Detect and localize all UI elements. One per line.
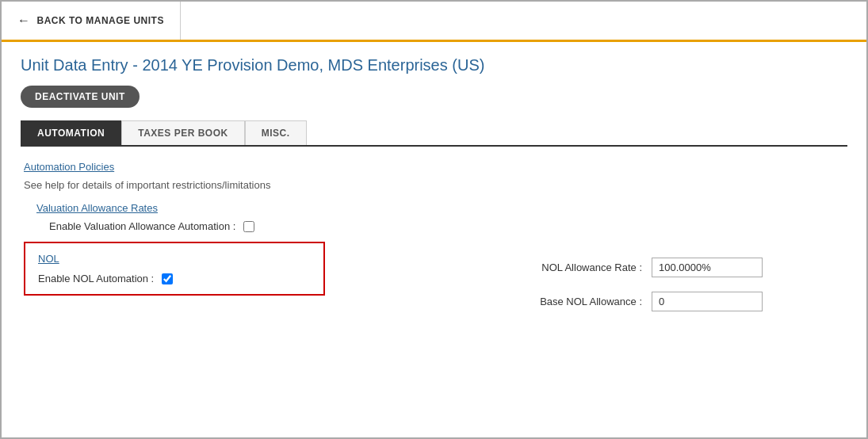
enable-valuation-checkbox[interactable] bbox=[243, 221, 254, 232]
nol-section: NOL Enable NOL Automation : bbox=[24, 242, 325, 296]
header-bar: ← BACK TO MANAGE UNITS bbox=[2, 2, 866, 42]
enable-valuation-label: Enable Valuation Allowance Automation : bbox=[49, 220, 235, 232]
nol-allowance-rate-row: NOL Allowance Rate : bbox=[515, 258, 844, 277]
automation-content: Automation Policies See help for details… bbox=[21, 161, 847, 311]
base-nol-allowance-input[interactable] bbox=[652, 292, 763, 311]
left-col: NOL Enable NOL Automation : bbox=[24, 242, 325, 311]
base-nol-allowance-row: Base NOL Allowance : bbox=[515, 292, 844, 311]
back-label: BACK TO MANAGE UNITS bbox=[37, 15, 164, 26]
right-col: NOL Allowance Rate : Base NOL Allowance … bbox=[357, 242, 844, 311]
enable-nol-row: Enable NOL Automation : bbox=[38, 273, 311, 284]
automation-policies-link[interactable]: Automation Policies bbox=[24, 161, 114, 173]
deactivate-unit-button[interactable]: DEACTIVATE UNIT bbox=[21, 86, 140, 108]
base-nol-allowance-label: Base NOL Allowance : bbox=[515, 296, 642, 307]
page-title: Unit Data Entry - 2014 YE Provision Demo… bbox=[21, 56, 847, 74]
nol-link[interactable]: NOL bbox=[38, 253, 311, 265]
help-text: See help for details of important restri… bbox=[24, 179, 844, 191]
valuation-allowance-rates-link[interactable]: Valuation Allowance Rates bbox=[36, 202, 158, 214]
right-fields-container: NOL Allowance Rate : Base NOL Allowance … bbox=[515, 258, 844, 311]
enable-nol-label: Enable NOL Automation : bbox=[38, 273, 154, 284]
nol-allowance-rate-label: NOL Allowance Rate : bbox=[515, 261, 642, 273]
enable-valuation-row: Enable Valuation Allowance Automation : bbox=[49, 220, 844, 232]
back-arrow-icon: ← bbox=[17, 13, 31, 28]
tab-taxes-per-book[interactable]: TAXES PER BOOK bbox=[121, 120, 244, 145]
tab-automation[interactable]: AUTOMATION bbox=[21, 120, 121, 145]
tab-misc[interactable]: MISC. bbox=[245, 120, 307, 145]
back-button[interactable]: ← BACK TO MANAGE UNITS bbox=[2, 2, 181, 40]
nol-allowance-rate-input[interactable] bbox=[652, 258, 763, 277]
two-col-layout: NOL Enable NOL Automation : NOL Allowanc… bbox=[24, 242, 844, 311]
app-window: ← BACK TO MANAGE UNITS Unit Data Entry -… bbox=[0, 0, 868, 439]
tabs-container: AUTOMATION TAXES PER BOOK MISC. bbox=[21, 120, 847, 147]
main-content: Unit Data Entry - 2014 YE Provision Demo… bbox=[2, 42, 866, 437]
enable-nol-checkbox[interactable] bbox=[162, 273, 173, 284]
